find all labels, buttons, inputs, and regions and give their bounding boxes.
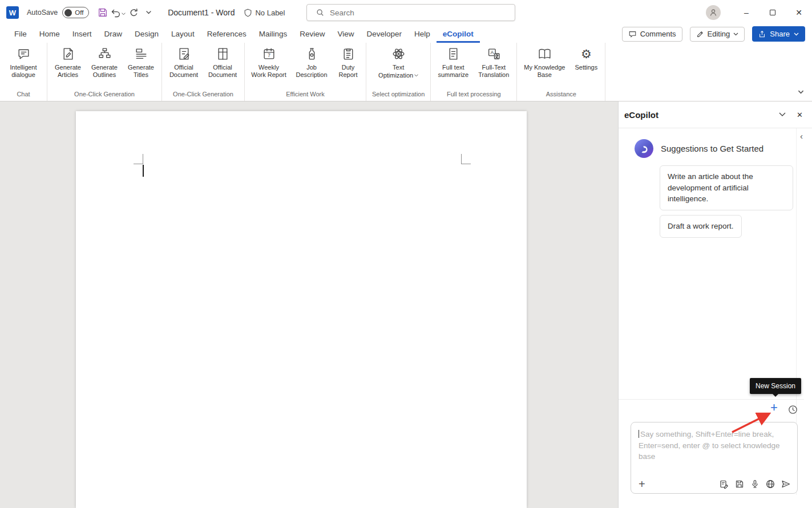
sensitivity-label-text: No Label [255,9,285,17]
ribbon-group-chat: Intelligent dialogue Chat [0,43,47,101]
tab-mailings[interactable]: Mailings [253,25,294,43]
tab-help[interactable]: Help [408,25,437,43]
session-history-button[interactable] [788,405,798,417]
chat-input[interactable]: Say something, Shift+Enter=line break, E… [631,422,798,494]
margin-mark-right-v [461,154,462,164]
person-icon [709,8,718,17]
group-label-select-optimization: Select optimization [369,89,428,101]
toggle-knob [64,9,72,17]
clock-icon [788,405,798,414]
document-pencil-icon [61,47,75,61]
word-window: W AutoSave Off Document1 - Word No Lab [0,0,812,508]
share-button[interactable]: Share [752,26,805,42]
send-icon[interactable] [781,479,790,489]
duty-report-button[interactable]: Duty Report [333,43,363,80]
comment-icon [628,30,637,38]
tab-view[interactable]: View [331,25,360,43]
undo-dropdown-icon[interactable] [122,7,126,18]
group-label-efficient-work: Efficient Work [247,89,363,101]
generate-outlines-button[interactable]: Generate Outlines [86,43,123,80]
calendar-7-icon: 7 [262,47,276,61]
suggestion-card-article[interactable]: Write an article about the development o… [660,165,793,210]
generate-titles-button[interactable]: Generate Titles [123,43,159,80]
chevron-down-icon [733,32,738,36]
panel-title: eCopilot [624,110,779,120]
official-document-button-1[interactable]: Official Document [164,43,203,80]
autosave-state: Off [75,9,83,16]
ribbon-group-one-click-generation-1: Generate Articles Generate Outlines Gene… [47,43,162,101]
group-label-one-click-generation-2: One-Click Generation [164,89,242,101]
tab-review[interactable]: Review [293,25,331,43]
logo-swirl-icon [638,143,651,155]
ribbon-tab-row: File Home Insert Draw Design Layout Refe… [0,25,812,43]
titlebar-controls: – ✕ [706,0,812,25]
ribbon-group-assistance: My Knowledge Base ⚙ Settings Assistance [517,43,605,101]
comments-button[interactable]: Comments [622,27,682,42]
panel-collapse-handle[interactable]: ‹ [800,132,803,140]
tab-home[interactable]: Home [33,25,66,43]
tab-file[interactable]: File [8,25,33,43]
document-page[interactable] [76,111,527,508]
maximize-button[interactable] [760,0,786,25]
redo-button[interactable] [127,5,140,20]
globe-icon[interactable] [766,479,775,489]
sensitivity-label[interactable]: No Label [244,9,285,17]
close-button[interactable]: ✕ [786,0,812,25]
microphone-icon[interactable] [750,479,760,489]
document-lines-icon [446,47,460,61]
text-cursor [143,165,144,177]
new-session-button[interactable]: + [770,402,778,413]
my-knowledge-base-button[interactable]: My Knowledge Base [519,43,569,80]
panel-close-icon[interactable]: ✕ [797,111,803,119]
ribbon-group-select-optimization: Text Optimization Select optimization [366,43,431,101]
intelligent-dialogue-button[interactable]: Intelligent dialogue [2,43,45,80]
panel-chevron-down-icon[interactable] [779,112,786,117]
search-placeholder: Search [330,9,354,17]
tab-ecopilot[interactable]: eCopilot [437,25,480,43]
account-avatar[interactable] [706,5,721,20]
org-tree-icon [98,47,112,61]
ribbon-group-full-text-processing: Full text summarize A Full-Text Translat… [431,43,517,101]
chat-input-placeholder: Say something, Shift+Enter=line break, E… [631,422,797,469]
customize-toolbar-icon[interactable] [142,5,155,20]
bottle-icon [305,47,319,61]
tab-references[interactable]: References [201,25,253,43]
ribbon-group-efficient-work: 7 Weekly Work Report Job Description Dut… [245,43,366,101]
word-app-icon[interactable]: W [6,6,19,19]
generate-articles-button[interactable]: Generate Articles [50,43,86,80]
search-icon [316,9,324,17]
tab-insert[interactable]: Insert [66,25,98,43]
panel-header: eCopilot ✕ [619,101,812,128]
official-document-button-2[interactable]: Official Document [203,43,242,80]
full-text-summarize-button[interactable]: Full text summarize [433,43,473,80]
text-optimization-button[interactable]: Text Optimization [374,43,423,80]
document-title: Document1 - Word [168,8,235,17]
undo-button[interactable] [111,5,126,20]
minimize-button[interactable]: – [733,0,760,25]
ecopilot-panel: eCopilot ✕ ‹ Suggestions to Get Started … [618,101,812,508]
autosave-toggle[interactable]: Off [62,7,89,18]
editing-mode-button[interactable]: Editing [690,27,745,42]
dropdown-chevron-icon [414,71,418,79]
quick-access-toolbar [96,5,155,20]
save-button[interactable] [96,5,110,20]
template-edit-icon[interactable] [720,479,729,489]
translate-icon: A [487,47,501,61]
full-text-translation-button[interactable]: A Full-Text Translation [473,43,514,80]
collapse-ribbon-icon[interactable] [798,86,804,96]
attach-button[interactable]: + [639,479,645,489]
atom-x-icon [391,47,406,61]
save-draft-icon[interactable] [735,479,744,489]
new-session-tooltip: New Session [750,378,801,394]
maximize-icon [770,10,775,15]
settings-button[interactable]: ⚙ Settings [569,43,603,72]
suggestion-card-report[interactable]: Draft a work report. [660,215,742,238]
tab-developer[interactable]: Developer [361,25,409,43]
tab-layout[interactable]: Layout [165,25,201,43]
tab-draw[interactable]: Draw [98,25,129,43]
shield-icon [244,9,252,17]
tab-design[interactable]: Design [128,25,165,43]
search-input[interactable]: Search [306,4,515,21]
weekly-work-report-button[interactable]: 7 Weekly Work Report [247,43,290,80]
job-description-button[interactable]: Job Description [290,43,333,80]
